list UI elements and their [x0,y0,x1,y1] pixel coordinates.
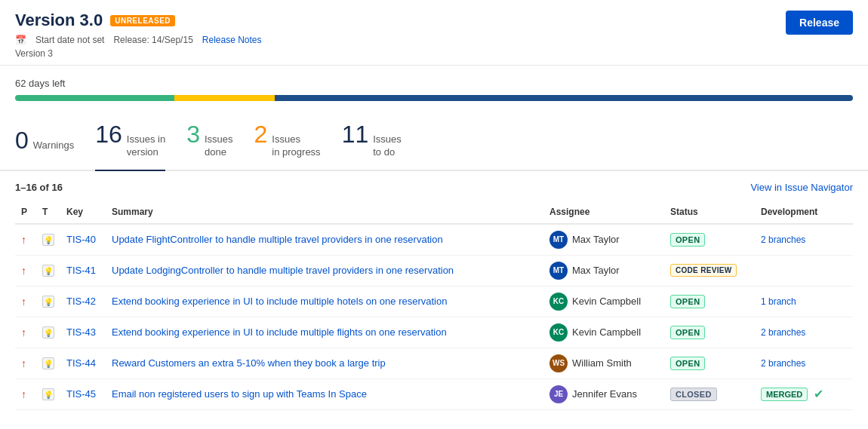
page-title: Version 3.0 [15,11,103,30]
col-header-t: T [36,202,60,224]
start-date: Start date not set [35,35,104,45]
issue-summary[interactable]: Update LodgingController to handle multi… [112,265,454,276]
type-icon: 💡 [42,234,54,246]
stats-row: 0 Warnings 16 Issues inversion 3 Issuesd… [0,110,868,171]
assignee-cell: MT Max Taylor [549,262,658,280]
col-header-dev: Development [755,202,853,224]
table-row: ↑💡TIS-40Update FlightController to handl… [15,224,853,256]
view-navigator-link[interactable]: View in Issue Navigator [750,182,853,193]
status-badge: CODE REVIEW [670,264,737,277]
status-badge: CLOSED [670,388,717,401]
col-header-p: P [15,202,36,224]
status-badge: OPEN [670,233,705,247]
type-icon: 💡 [42,296,54,308]
issue-key[interactable]: TIS-45 [66,388,96,400]
issue-key[interactable]: TIS-42 [66,296,96,307]
assignee-cell: KC Kevin Campbell [549,323,658,342]
table-row: ↑💡TIS-42Extend booking experience in UI … [15,286,853,317]
merged-badge: MERGED [761,388,808,401]
issue-summary[interactable]: Update FlightController to handle multip… [112,234,443,245]
header-left: Version 3.0 UNRELEASED 📅 Start date not … [15,11,262,59]
col-header-status: Status [664,202,755,224]
calendar-icon: 📅 [15,35,26,45]
avatar: WS [549,354,568,372]
issue-key[interactable]: TIS-44 [66,357,96,369]
dev-link[interactable]: 1 branch [761,296,796,307]
type-icon: 💡 [42,388,54,400]
avatar: MT [549,262,568,280]
progress-bar [15,95,853,101]
table-row: ↑💡TIS-41Update LodgingController to hand… [15,255,853,286]
issue-summary[interactable]: Email non registered users to sign up wi… [112,388,367,400]
progress-section: 62 days left [0,66,868,110]
assignee-name: Max Taylor [572,234,620,245]
assignee-cell: JE Jennifer Evans [549,385,658,403]
assignee-cell: KC Kevin Campbell [549,293,658,311]
stat-issues-version[interactable]: 16 Issues inversion [95,122,186,170]
title-row: Version 3.0 UNRELEASED [15,11,262,30]
assignee-cell: MT Max Taylor [549,231,658,249]
dev-cell: 2 branches [761,234,847,245]
release-button[interactable]: Release [786,11,853,35]
issue-key[interactable]: TIS-43 [66,326,96,338]
warnings-label: Warnings [33,139,74,152]
col-header-summary: Summary [106,202,543,224]
table-row: ↑💡TIS-44Reward Customers an extra 5-10% … [15,348,853,378]
avatar: KC [549,323,568,342]
stat-warnings: 0 Warnings [15,128,95,163]
progress-green [15,95,174,101]
issues-progress-label: Issuesin progress [272,133,320,159]
assignee-name: Kevin Campbell [572,326,641,338]
type-icon: 💡 [42,326,54,339]
issues-range: 1–16 of 16 [15,182,63,193]
issues-todo-label: Issuesto do [373,133,402,159]
stat-issues-progress[interactable]: 2 Issuesin progress [254,122,342,170]
status-badge: OPEN [670,295,705,308]
col-header-assignee: Assignee [543,202,664,224]
issue-key[interactable]: TIS-41 [66,265,96,276]
check-icon: ✔ [814,387,823,401]
priority-icon: ↑ [21,265,26,277]
priority-icon: ↑ [21,296,26,308]
dev-cell: 2 branches [761,358,847,369]
dev-cell: MERGED ✔ [761,387,847,401]
issues-section: 1–16 of 16 View in Issue Navigator P T K… [0,171,868,410]
dev-link[interactable]: 2 branches [761,358,805,369]
progress-yellow [174,95,275,101]
priority-icon: ↑ [21,357,26,369]
type-icon: 💡 [42,265,54,277]
issues-table: P T Key Summary Assignee Status Developm… [15,202,853,410]
issues-version-number: 16 [95,122,122,146]
page-header: Version 3.0 UNRELEASED 📅 Start date not … [0,0,868,66]
dev-link[interactable]: 2 branches [761,327,805,338]
status-badge: OPEN [670,357,705,370]
issues-header: 1–16 of 16 View in Issue Navigator [15,182,853,193]
issue-summary[interactable]: Reward Customers an extra 5-10% when the… [112,357,386,369]
avatar: JE [549,385,568,403]
col-header-key: Key [60,202,106,224]
issues-progress-number: 2 [254,122,268,146]
assignee-name: William Smith [572,357,632,369]
issue-key[interactable]: TIS-40 [66,234,96,245]
stat-issues-todo[interactable]: 11 Issuesto do [342,122,423,170]
priority-icon: ↑ [21,234,26,246]
meta-row: 📅 Start date not set Release: 14/Sep/15 … [15,35,262,45]
stat-issues-done[interactable]: 3 Issuesdone [186,122,254,170]
issue-summary[interactable]: Extend booking experience in UI to inclu… [112,326,447,338]
release-notes-link[interactable]: Release Notes [202,35,262,45]
assignee-name: Kevin Campbell [572,296,641,307]
issues-version-label: Issues inversion [127,133,165,159]
issue-summary[interactable]: Extend booking experience in UI to inclu… [112,296,447,307]
dev-cell: 1 branch [761,296,847,307]
table-row: ↑💡TIS-43Extend booking experience in UI … [15,317,853,348]
dev-link[interactable]: 2 branches [761,234,805,245]
priority-icon: ↑ [21,388,26,400]
priority-icon: ↑ [21,326,26,339]
issues-done-label: Issuesdone [205,133,233,159]
avatar: KC [549,293,568,311]
status-badge: OPEN [670,326,705,339]
type-icon: 💡 [42,357,54,369]
issues-todo-number: 11 [342,122,369,146]
issues-tbody: ↑💡TIS-40Update FlightController to handl… [15,224,853,410]
assignee-name: Jennifer Evans [572,388,637,400]
